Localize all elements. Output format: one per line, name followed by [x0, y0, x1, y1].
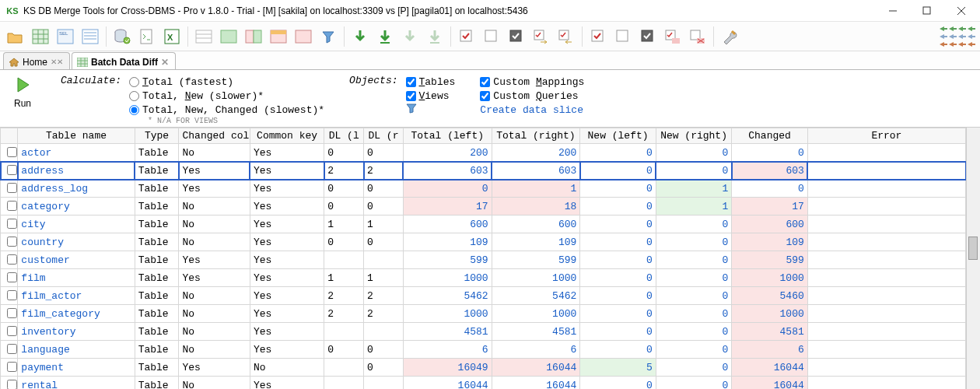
check-custom-mappings[interactable] — [480, 77, 490, 87]
excel-icon[interactable]: X — [161, 26, 183, 47]
table-plain-icon[interactable] — [193, 26, 215, 47]
check-dark-icon[interactable] — [506, 26, 527, 47]
arrow-down-2-icon[interactable] — [374, 26, 396, 47]
uncheck-2-icon[interactable] — [612, 26, 634, 47]
objects-label: Objects: — [349, 75, 397, 117]
table-row[interactable]: address_logTableYesYes0001010 — [1, 180, 966, 198]
radio-total-new-changed[interactable] — [129, 105, 139, 115]
arrow-down-dim-1-icon[interactable] — [399, 26, 421, 47]
svg-rect-28 — [296, 30, 311, 43]
row-checkbox[interactable] — [7, 308, 17, 318]
table-row[interactable]: filmTableYesYes1110001000001000 — [1, 269, 966, 287]
tab-batch-data-diff[interactable]: Batch Data Diff ✕ — [72, 52, 176, 69]
run-icon[interactable] — [15, 76, 30, 96]
check-red-icon[interactable] — [456, 26, 478, 47]
table-row[interactable]: film_categoryTableNoYes2210001000001000 — [1, 305, 966, 323]
svg-rect-23 — [221, 30, 236, 43]
row-checkbox[interactable] — [7, 272, 17, 282]
check-tables[interactable] — [406, 77, 416, 87]
table-row[interactable]: categoryTableNoYes0017180117 — [1, 198, 966, 216]
column-header[interactable]: Total (left) — [403, 128, 492, 144]
column-header[interactable]: Changed — [732, 128, 807, 144]
table-row[interactable]: addressTableYesYes2260360300603 — [1, 162, 966, 180]
svg-rect-40 — [672, 38, 680, 44]
table-green-icon[interactable] — [218, 26, 240, 47]
check-dark-2-icon[interactable] — [637, 26, 659, 47]
column-header[interactable]: Error — [807, 128, 965, 144]
column-header[interactable]: DL (l — [324, 128, 364, 144]
table-row[interactable]: inventoryTableNoYes45814581004581 — [1, 323, 966, 341]
column-header[interactable]: Total (right) — [492, 128, 580, 144]
create-data-slice-link[interactable]: Create data slice — [480, 104, 583, 116]
row-checkbox[interactable] — [7, 219, 17, 229]
row-checkbox[interactable] — [7, 380, 17, 389]
radio-total-new[interactable] — [129, 91, 139, 101]
check-custom-queries[interactable] — [480, 91, 490, 101]
table-row[interactable]: customerTableYesYes59959900599 — [1, 251, 966, 269]
column-header[interactable] — [1, 128, 18, 144]
column-header[interactable]: DL (r — [364, 128, 404, 144]
check-tables-label: Tables — [419, 76, 456, 88]
column-header[interactable]: New (right) — [656, 128, 731, 144]
column-header[interactable]: Changed col — [179, 128, 250, 144]
uncheck-icon[interactable] — [481, 26, 502, 47]
check-arrow-1-icon[interactable] — [530, 26, 552, 47]
arrow-down-1-icon[interactable] — [349, 26, 371, 47]
row-checkbox[interactable] — [7, 290, 17, 300]
footnote: * N/A FOR VIEWS — [148, 117, 324, 125]
close-button[interactable] — [944, 1, 978, 21]
table-row[interactable]: cityTableNoYes1160060000600 — [1, 216, 966, 233]
row-checkbox[interactable] — [7, 147, 17, 157]
row-checkbox[interactable] — [7, 165, 17, 175]
check-custom-queries-label: Custom Queries — [493, 90, 578, 102]
uncheck-pink-icon[interactable] — [687, 26, 709, 47]
table-pink-icon[interactable] — [292, 26, 314, 47]
maximize-button[interactable] — [910, 1, 944, 21]
open-folder-icon[interactable] — [5, 26, 26, 47]
column-header[interactable]: New (left) — [580, 128, 656, 144]
list-icon[interactable] — [79, 26, 101, 47]
check-arrow-2-icon[interactable] — [555, 26, 577, 47]
row-checkbox[interactable] — [7, 201, 17, 211]
check-pink-icon[interactable] — [662, 26, 684, 47]
table-split-icon[interactable] — [243, 26, 264, 47]
tab-home-label: Home — [23, 57, 47, 68]
select-icon[interactable]: SEL — [54, 26, 76, 47]
row-checkbox[interactable] — [7, 344, 17, 354]
grid-green-icon[interactable] — [30, 26, 51, 47]
row-checkbox[interactable] — [7, 362, 17, 372]
filter-small-icon[interactable] — [406, 103, 417, 117]
table-row[interactable]: languageTableNoYes0066006 — [1, 341, 966, 359]
script-icon[interactable] — [136, 26, 158, 47]
tools-icon[interactable] — [719, 26, 740, 47]
radio-total[interactable] — [129, 77, 139, 87]
column-header[interactable]: Type — [135, 128, 179, 144]
radio-total-new-changed-label: Total, New, Changed (slowest)* — [142, 104, 324, 116]
row-checkbox[interactable] — [7, 254, 17, 265]
column-header[interactable]: Common key — [250, 128, 324, 144]
filter-icon[interactable] — [317, 26, 339, 47]
row-checkbox[interactable] — [7, 326, 17, 336]
minimize-button[interactable] — [876, 1, 910, 21]
vertical-scrollbar[interactable] — [966, 128, 980, 389]
check-views[interactable] — [406, 91, 416, 101]
table-orange-icon[interactable] — [268, 26, 289, 47]
svg-rect-4 — [33, 30, 48, 44]
arrow-down-dim-2-icon[interactable] — [424, 26, 446, 47]
pin-icon[interactable]: ✕✕ — [51, 58, 63, 66]
close-icon[interactable]: ✕ — [161, 57, 169, 68]
tab-home[interactable]: Home ✕✕ — [3, 52, 70, 69]
column-header[interactable]: Table name — [18, 128, 135, 144]
merge-arrows-icon[interactable] — [938, 26, 975, 47]
table-row[interactable]: film_actorTableNoYes2254625462005460 — [1, 287, 966, 305]
table-row[interactable]: countryTableNoYes0010910900109 — [1, 233, 966, 251]
table-row[interactable]: rentalTableNoYes16044160440016044 — [1, 377, 966, 390]
row-checkbox[interactable] — [7, 237, 17, 247]
check-red-2-icon[interactable] — [587, 26, 609, 47]
calculate-label: Calculate: — [61, 75, 121, 125]
table-row[interactable]: actorTableNoYes00200200000 — [1, 144, 966, 162]
svg-rect-27 — [271, 30, 286, 34]
row-checkbox[interactable] — [7, 183, 17, 193]
table-row[interactable]: paymentTableYesNo016049160445016044 — [1, 359, 966, 377]
database-icon[interactable] — [111, 26, 133, 47]
